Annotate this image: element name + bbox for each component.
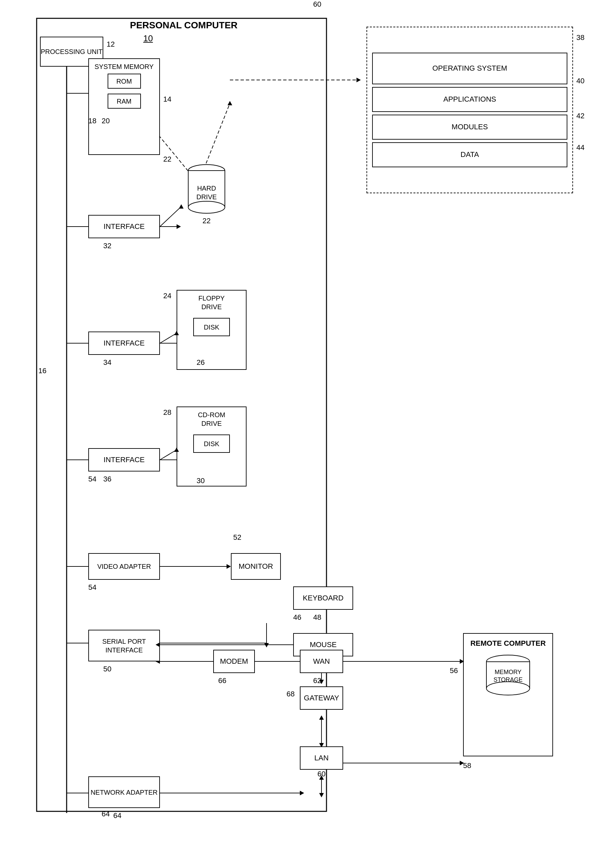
- kb-ref2-label: 48: [313, 613, 321, 622]
- svg-text:60: 60: [317, 770, 326, 778]
- kb-ref-label: 46: [293, 613, 301, 622]
- wan-ref-label: 62: [313, 677, 321, 685]
- hd-num-label: 22: [163, 155, 171, 164]
- os-box: OPERATING SYSTEM: [372, 53, 567, 84]
- if1-ref-label: 32: [103, 242, 111, 250]
- os-ref-label: 38: [576, 33, 584, 42]
- os-container: OPERATING SYSTEM APPLICATIONS MODULES DA…: [367, 27, 573, 193]
- ms-ref-label: 58: [463, 761, 471, 770]
- cd-disk-ref-label: 30: [197, 477, 204, 485]
- gw-ref-label: 68: [287, 690, 294, 698]
- svg-text:64: 64: [102, 810, 110, 818]
- modem-ref-label: 66: [218, 677, 226, 685]
- svg-point-62: [188, 201, 225, 213]
- interface1-box: INTERFACE: [88, 215, 160, 238]
- svg-marker-29: [264, 643, 269, 647]
- mod-ref-label: 42: [576, 111, 584, 120]
- svg-line-72: [160, 333, 177, 343]
- cdrom-label: CD-ROMDRIVE: [198, 410, 225, 428]
- modules-box: MODULES: [372, 114, 567, 140]
- svg-text:MEMORY: MEMORY: [495, 669, 522, 675]
- interface2-box: INTERFACE: [88, 332, 160, 355]
- serial-port-box: SERIAL PORT INTERFACE: [88, 630, 160, 662]
- svg-text:HARD: HARD: [197, 185, 216, 192]
- pc-title: PERSONAL COMPUTER: [130, 20, 237, 31]
- sp-ref-label: 50: [103, 665, 111, 674]
- data-ref-label: 44: [576, 143, 584, 152]
- svg-text:DRIVE: DRIVE: [196, 193, 216, 201]
- fd-ref-label: 24: [163, 292, 171, 300]
- system-memory-label: SYSTEM MEMORY: [95, 62, 153, 71]
- system-memory-box: SYSTEM MEMORY ROM RAM: [88, 58, 160, 155]
- svg-marker-57: [228, 101, 232, 105]
- svg-line-74: [160, 450, 177, 460]
- cdrom-disk-box: DISK: [193, 435, 230, 453]
- memory-storage: MEMORY STORAGE: [481, 653, 535, 700]
- svg-marker-52: [319, 775, 324, 780]
- floppy-drive-box: FLOPPYDRIVE DISK: [177, 290, 246, 370]
- svg-marker-59: [356, 78, 361, 82]
- svg-marker-50: [300, 791, 304, 795]
- svg-marker-43: [319, 716, 324, 720]
- lan-ref-label: 60: [313, 0, 321, 9]
- lan-box: LAN: [300, 746, 343, 770]
- na-ref-label: 64: [113, 811, 121, 820]
- hd-ref-label: 22: [203, 217, 210, 225]
- svg-text:STORAGE: STORAGE: [493, 677, 523, 683]
- video-adapter-box: VIDEO ADAPTER: [88, 553, 160, 580]
- if2-ref-label: 34: [103, 358, 111, 367]
- fd-disk-ref-label: 26: [197, 358, 204, 367]
- remote-computer-box: REMOTE COMPUTER MEMORY STORAGE: [463, 633, 553, 756]
- sm-ref-label: 14: [163, 95, 171, 104]
- pc-ref-label: 10: [143, 33, 153, 44]
- mon-ref-label: 52: [233, 533, 241, 542]
- applications-box: APPLICATIONS: [372, 87, 567, 112]
- floppy-disk-box: DISK: [193, 318, 230, 336]
- cd-ref-label: 28: [163, 408, 171, 417]
- pu-ref-label: 12: [107, 40, 114, 49]
- keyboard-box: KEYBOARD: [293, 586, 353, 610]
- if3-ref-num-label: 54: [88, 475, 96, 484]
- diagram: PROCESSING UNIT 12 PERSONAL COMPUTER 10 …: [0, 0, 616, 851]
- monitor-box: MONITOR: [231, 553, 281, 580]
- va-ref-label: 54: [88, 583, 96, 592]
- interface3-box: INTERFACE: [88, 448, 160, 472]
- svg-point-67: [487, 682, 530, 695]
- rom-ref-label: 18: [88, 117, 96, 125]
- svg-marker-53: [319, 793, 324, 797]
- hard-drive: HARD DRIVE 22: [177, 163, 237, 230]
- modem-box: MODEM: [213, 650, 255, 673]
- app-ref-label: 40: [576, 77, 584, 85]
- ram-ref-label: 20: [102, 117, 110, 125]
- wan-box: WAN: [300, 650, 343, 673]
- ram-box: RAM: [108, 94, 141, 108]
- gateway-box: GATEWAY: [300, 686, 343, 710]
- svg-marker-21: [227, 564, 231, 569]
- rc-label: REMOTE COMPUTER: [470, 639, 546, 648]
- data-box: DATA: [372, 142, 567, 167]
- bus-ref-label: 16: [38, 367, 46, 375]
- cdrom-drive-box: CD-ROMDRIVE DISK: [177, 406, 246, 487]
- if3-ref-label: 36: [103, 475, 111, 484]
- rom-box: ROM: [108, 74, 141, 89]
- rc-ref-label: 56: [450, 666, 458, 675]
- floppy-label: FLOPPYDRIVE: [198, 294, 225, 311]
- network-adapter-box: NETWORK ADAPTER: [88, 776, 160, 808]
